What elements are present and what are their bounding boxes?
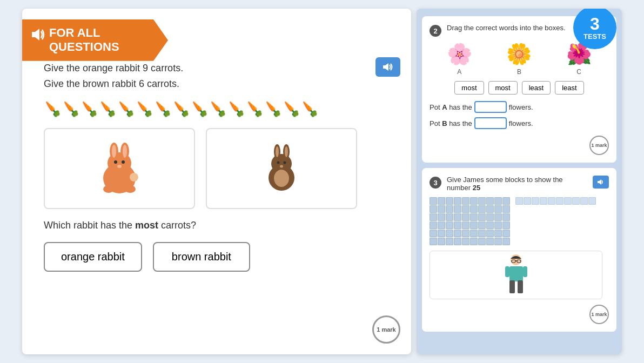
main-blocks-grid: [430, 197, 510, 245]
instruction1-text: Give the orange rabbit 9 carrots.: [44, 63, 390, 74]
svg-point-12: [125, 185, 136, 193]
speaker-icon-q3: [597, 179, 605, 185]
brown-rabbit-box: [206, 128, 357, 209]
speaker-icon-btn: [382, 62, 394, 72]
svg-point-22: [280, 165, 283, 167]
q3-number: 3: [430, 177, 441, 189]
svg-rect-29: [523, 266, 527, 277]
banner-text: FOR ALL QUESTIONS: [49, 26, 119, 53]
svg-point-8: [114, 160, 117, 164]
svg-rect-31: [518, 280, 523, 293]
brown-rabbit-image: [261, 143, 302, 194]
q2-instruction: Drag the correct words into the boxes.: [447, 24, 587, 32]
q3-audio-button[interactable]: [593, 176, 609, 189]
james-figure-svg: [504, 253, 528, 297]
flower-pot-b: 🌼 B: [506, 42, 532, 76]
fill-line-pot-b: Pot B has the flowers.: [430, 117, 609, 129]
svg-point-20: [277, 161, 279, 164]
word-chip-least1[interactable]: least: [522, 81, 551, 95]
q3-mark-indicator: 1 mark: [589, 305, 609, 324]
svg-point-21: [283, 161, 286, 164]
orange-rabbit-image: [95, 140, 144, 197]
question3-card: 3 Give James some blocks to show the num…: [422, 168, 616, 332]
svg-point-11: [103, 185, 114, 193]
word-chip-least2[interactable]: least: [555, 81, 583, 95]
main-question: Which rabbit has the most carrots?: [44, 220, 390, 231]
svg-marker-1: [383, 63, 388, 71]
carrots-display: 🥕 🥕 🥕 🥕 🥕 🥕 🥕 🥕 🥕 🥕 🥕 🥕 🥕 🥕 🥕: [44, 100, 390, 117]
james-figure-box: [430, 251, 602, 299]
orange-rabbit-box: [44, 128, 195, 209]
svg-rect-27: [509, 266, 523, 281]
svg-point-9: [122, 160, 125, 164]
blocks-area: [430, 197, 609, 245]
fill-line-pot-a: Pot A has the flowers.: [430, 101, 609, 113]
svg-point-19: [285, 146, 288, 157]
svg-point-7: [123, 145, 127, 158]
audio-button-main[interactable]: [375, 57, 400, 77]
orange-rabbit-button[interactable]: orange rabbit: [44, 242, 142, 272]
mark-indicator: 1 mark: [372, 315, 400, 344]
rabbits-row: [44, 128, 390, 209]
right-panel: 3 TESTS 2 Drag the correct words into th…: [417, 9, 622, 354]
word-chips-group: most most least least: [430, 81, 609, 95]
svg-marker-0: [32, 29, 39, 41]
svg-point-10: [117, 165, 122, 168]
fill-box-a[interactable]: [474, 101, 507, 113]
instruction2-text: Give the brown rabbit 6 carrots.: [44, 78, 390, 90]
brown-rabbit-button[interactable]: brown rabbit: [153, 242, 250, 272]
svg-point-17: [276, 146, 279, 157]
flowers-row: 🌸 A 🌼 B 🌺 C: [430, 42, 609, 76]
svg-rect-28: [505, 266, 509, 277]
answer-buttons-group: orange rabbit brown rabbit: [44, 242, 390, 272]
extra-blocks: [515, 197, 596, 205]
svg-rect-30: [509, 280, 515, 293]
q2-mark-indicator: 1 mark: [589, 136, 609, 155]
svg-point-23: [274, 170, 289, 187]
flower-pot-a: 🌸 A: [447, 42, 472, 76]
svg-point-5: [112, 145, 116, 158]
q2-number: 2: [430, 25, 441, 37]
svg-point-13: [130, 173, 138, 182]
q3-header: 3 Give James some blocks to show the num…: [430, 176, 609, 192]
word-chip-most1[interactable]: most: [454, 81, 484, 95]
svg-marker-25: [598, 179, 601, 185]
speaker-icon: [29, 26, 46, 43]
fill-box-b[interactable]: [474, 117, 507, 129]
q3-instruction: Give James some blocks to show the numbe…: [447, 176, 587, 192]
word-chip-most2[interactable]: most: [488, 81, 518, 95]
left-panel: FOR ALL QUESTIONS Give the orange rabbit…: [22, 9, 411, 354]
